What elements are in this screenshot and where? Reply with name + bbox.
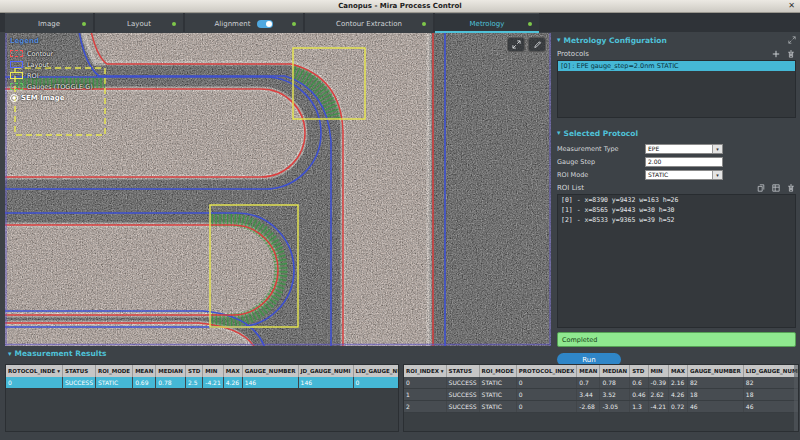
column-header[interactable]: MIN [203, 365, 224, 377]
column-header[interactable]: LID_GAUGE_NUM [353, 365, 399, 377]
table-cell: -4.21 [203, 377, 224, 389]
column-header[interactable]: ROI_MODE [95, 365, 132, 377]
section-title: Measurement Results [15, 349, 107, 358]
table-cell: SUCCESS [446, 389, 479, 401]
column-header[interactable]: MEDIAN [156, 365, 186, 377]
column-header[interactable]: STATUS [446, 365, 479, 377]
field-label: Measurement Type [557, 145, 645, 153]
scrollbar[interactable] [794, 365, 798, 431]
sem-image-label: SEM Image [21, 94, 65, 102]
table-cell: 3.52 [600, 389, 630, 401]
section-title: Selected Protocol [564, 129, 639, 138]
alignment-toggle[interactable] [257, 20, 273, 28]
measurement-type-select[interactable]: EPE ▾ [645, 144, 723, 154]
table-cell: -3.05 [600, 401, 630, 413]
copy-icon [757, 184, 765, 192]
column-header[interactable]: ROTOCOL_INDE ▾ [6, 365, 62, 377]
column-header[interactable]: STATUS [62, 365, 95, 377]
column-header[interactable]: GAUGE_NUMBER [242, 365, 298, 377]
toggle-knob [266, 21, 272, 27]
tab-metrology[interactable]: Metrology [435, 13, 539, 33]
chevron-down-icon: ▾ [557, 36, 561, 44]
expand-icon [512, 40, 521, 49]
delete-protocol-button[interactable] [785, 48, 796, 59]
window-title: Canopus - Mira Process Control [338, 2, 462, 10]
table-cell: STATIC [479, 389, 516, 401]
roi-item[interactable]: [2] - x=8533 y=9365 w=39 h=52 [558, 215, 795, 225]
table-cell: STATIC [95, 377, 132, 389]
table-cell: 2 [404, 401, 446, 413]
legend-swatch-icon [10, 61, 23, 68]
column-header[interactable]: PROTOCOL_INDEX [516, 365, 577, 377]
roi-mode-row: ROI Mode STATIC ▾ [557, 168, 796, 181]
tab-label: Metrology [470, 20, 505, 28]
roi-item[interactable]: [1] - x=8565 y=9443 w=30 h=30 [558, 205, 795, 215]
tab-contour-extraction[interactable]: Contour Extraction [305, 13, 433, 33]
column-header[interactable]: STD [630, 365, 648, 377]
table-cell: 0 [516, 389, 577, 401]
legend-label: Gauges (TOGGLE G) [27, 83, 93, 91]
tab-image[interactable]: Image [5, 13, 93, 33]
legend-swatch-icon [10, 72, 23, 79]
metrology-configuration-header[interactable]: ▾ Metrology Configuration [557, 34, 797, 46]
column-header[interactable]: ROI_MODE [479, 365, 516, 377]
table-row[interactable]: 1SUCCESSSTATIC03.443.520.462.624.2618180 [404, 389, 799, 401]
column-header[interactable]: ROI_INDEX ▾ [404, 365, 446, 377]
roi-results-table: ROI_INDEX ▾STATUSROI_MODEPROTOCOL_INDEXM… [404, 365, 799, 413]
table-cell: -0.39 [648, 377, 669, 389]
selected-protocol-header[interactable]: ▾ Selected Protocol [557, 127, 797, 139]
column-header[interactable]: MAX [669, 365, 688, 377]
edit-roi-button[interactable] [770, 182, 781, 193]
sem-viewer[interactable]: Legend ContourLayoutROIGauges (TOGGLE G)… [5, 33, 551, 346]
tab-alignment[interactable]: Alignment [185, 13, 303, 33]
legend-item: ROI [10, 70, 130, 81]
edit-button[interactable] [528, 37, 546, 52]
metrology-panel: ▾ Metrology Configuration Protocols [0] … [553, 31, 800, 362]
column-header[interactable]: LID_GAUGE_NUMB [743, 365, 799, 377]
table-cell: 82 [688, 377, 744, 389]
legend: Legend ContourLayoutROIGauges (TOGGLE G)… [10, 37, 130, 104]
status-dot [528, 22, 532, 26]
tab-layout[interactable]: Layout [95, 13, 183, 33]
trash-icon [787, 184, 795, 192]
table-cell: 2.5 [185, 377, 202, 389]
column-header[interactable]: MEAN [577, 365, 600, 377]
table-cell: 4.26 [669, 389, 688, 401]
chevron-down-icon: ▾ [557, 129, 561, 137]
sem-image-toggle[interactable]: SEM Image [10, 92, 130, 104]
column-header[interactable]: MAX [223, 365, 242, 377]
legend-item: Contour [10, 48, 130, 59]
legend-label: Layout [27, 61, 49, 69]
expand-view-button[interactable] [507, 37, 525, 52]
column-header[interactable]: MEDIAN [600, 365, 630, 377]
table-cell: 3.44 [577, 389, 600, 401]
legend-label: Contour [27, 50, 53, 58]
column-header[interactable]: STD [185, 365, 202, 377]
detach-panel-button[interactable] [786, 35, 797, 46]
roi-mode-select[interactable]: STATIC ▾ [645, 170, 723, 180]
table-cell: 0.78 [156, 377, 186, 389]
selected-value: EPE [648, 145, 659, 152]
add-protocol-button[interactable] [770, 48, 781, 59]
column-header[interactable]: MIN [648, 365, 669, 377]
table-row[interactable]: 2SUCCESSSTATIC0-2.68-3.051.3-4.210.72464… [404, 401, 799, 413]
close-icon[interactable]: ✕ [788, 1, 795, 11]
column-header[interactable]: JD_GAUGE_NUMI [298, 365, 353, 377]
measurement-results-header[interactable]: ▾ Measurement Results [8, 349, 106, 358]
delete-roi-button[interactable] [785, 182, 796, 193]
roi-item[interactable]: [0] - x=8390 y=9432 w=163 h=26 [558, 195, 795, 205]
table-cell: 0 [353, 377, 399, 389]
table-row[interactable]: 0SUCCESSSTATIC0.690.782.5-4.214.26146146… [6, 377, 399, 389]
protocol-item[interactable]: [0] : EPE gauge_step=2.0nm STATIC [558, 61, 795, 71]
column-header[interactable]: MEAN [133, 365, 156, 377]
tab-label: Alignment [215, 20, 251, 28]
table-cell: 0.7 [577, 377, 600, 389]
protocol-results-table: ROTOCOL_INDE ▾STATUSROI_MODEMEANMEDIANST… [6, 365, 399, 389]
status-text: Completed [562, 336, 597, 344]
roi-list-label: ROI List [557, 184, 584, 192]
table-cell: -4.21 [648, 401, 669, 413]
column-header[interactable]: GAUGE_NUMBER [688, 365, 744, 377]
copy-roi-button[interactable] [755, 182, 766, 193]
gauge-step-input[interactable] [645, 157, 723, 167]
table-row[interactable]: 0SUCCESSSTATIC00.70.780.6-0.392.1682820 [404, 377, 799, 389]
